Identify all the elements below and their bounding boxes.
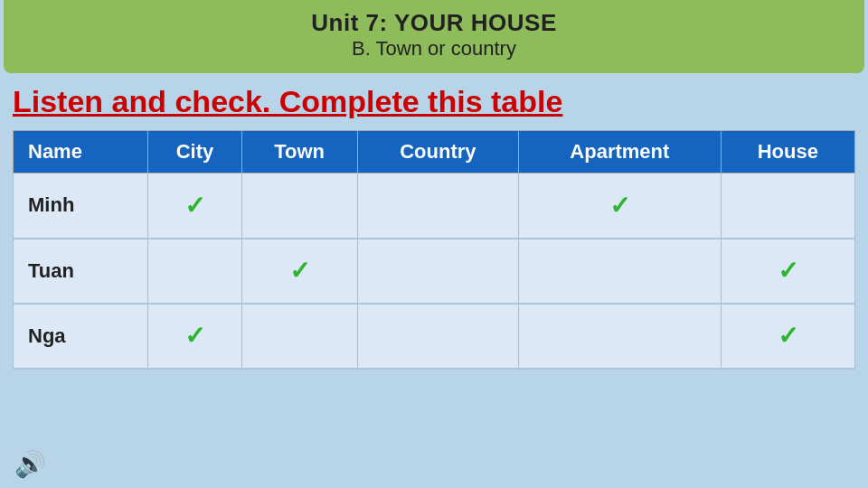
header-subtitle: B. Town or country [22, 37, 846, 61]
table-header-row: Name City Town Country Apartment House [14, 131, 855, 174]
cell-country [357, 304, 518, 369]
cell-country [357, 239, 518, 304]
header-title: Unit 7: YOUR HOUSE [22, 9, 846, 37]
col-house: House [721, 131, 854, 174]
check-mark: ✓ [778, 257, 798, 285]
cell-city [148, 239, 241, 304]
main-content: Listen and check. Complete this table Na… [0, 73, 868, 379]
cell-apartment [519, 304, 722, 369]
check-mark: ✓ [184, 322, 205, 350]
cell-apartment: ✓ [519, 174, 722, 239]
cell-city: ✓ [148, 174, 241, 239]
col-country: Country [357, 131, 518, 174]
col-apartment: Apartment [519, 131, 722, 174]
cell-house: ✓ [721, 239, 854, 304]
check-mark: ✓ [289, 257, 310, 285]
cell-city: ✓ [148, 304, 241, 369]
speaker-icon[interactable]: 🔊 [14, 449, 46, 479]
check-mark: ✓ [778, 322, 798, 350]
table-row: Tuan✓✓ [14, 239, 855, 304]
cell-name: Tuan [14, 239, 148, 304]
data-table: Name City Town Country Apartment House M… [13, 130, 855, 370]
table-row: Nga✓✓ [14, 304, 855, 369]
table-row: Minh✓✓ [14, 174, 855, 239]
check-mark: ✓ [184, 192, 205, 220]
cell-apartment [519, 239, 722, 304]
cell-town: ✓ [241, 239, 357, 304]
cell-house [721, 174, 854, 239]
cell-name: Nga [14, 304, 148, 369]
col-name: Name [14, 131, 148, 174]
col-town: Town [241, 131, 357, 174]
cell-name: Minh [14, 174, 148, 239]
cell-country [357, 174, 518, 239]
col-city: City [148, 131, 241, 174]
cell-house: ✓ [721, 304, 854, 369]
header: Unit 7: YOUR HOUSE B. Town or country [4, 0, 864, 73]
cell-town [241, 304, 357, 369]
check-mark: ✓ [609, 192, 630, 220]
listen-title: Listen and check. Complete this table [13, 84, 855, 119]
cell-town [241, 174, 357, 239]
